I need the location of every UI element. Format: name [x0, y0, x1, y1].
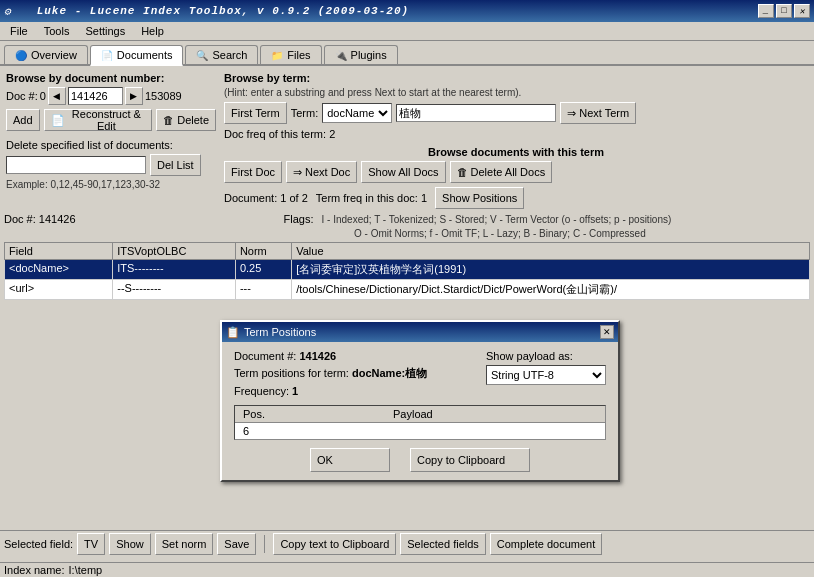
menu-help[interactable]: Help [135, 24, 170, 38]
reconstruct-button[interactable]: 📄 Reconstruct & Edit [44, 109, 153, 131]
col-norm: Norm [235, 243, 291, 260]
next-doc-arrow-icon: ⇒ [293, 166, 302, 179]
doc-hash-label: Doc #: [6, 90, 38, 102]
term-value-input[interactable] [396, 104, 556, 122]
bottom-bar: Selected field: TV Show Set norm Save Co… [0, 530, 814, 557]
payload-value [385, 423, 605, 440]
field-flags: --S-------- [113, 280, 236, 300]
tab-overview[interactable]: 🔵 Overview [4, 45, 88, 64]
modal-title: Term Positions [244, 326, 316, 338]
next-doc-button[interactable]: ⇒ Next Doc [286, 161, 357, 183]
doc-freq-text: Doc freq of this term: 2 [224, 128, 808, 140]
selected-fields-button[interactable]: Selected fields [400, 533, 486, 555]
save-button[interactable]: Save [217, 533, 256, 555]
modal-title-bar: 📋 Term Positions ✕ [222, 322, 618, 342]
field-norm: --- [235, 280, 291, 300]
field-norm: 0.25 [235, 260, 291, 280]
payload-format-select[interactable]: String UTF-8 Hex Integer Float [486, 365, 606, 385]
del-list-button[interactable]: Del List [150, 154, 201, 176]
table-row[interactable]: <url> --S-------- --- /tools/Chinese/Dic… [5, 280, 810, 300]
next-term-button[interactable]: ⇒ Next Term [560, 102, 636, 124]
add-button[interactable]: Add [6, 109, 40, 131]
tab-search[interactable]: 🔍 Search [185, 45, 258, 64]
term-label: Term: [291, 107, 319, 119]
modal-term-value: docName:植物 [352, 367, 427, 379]
del-list-input[interactable] [6, 156, 146, 174]
modal-icon: 📋 [226, 326, 240, 339]
set-norm-button[interactable]: Set norm [155, 533, 214, 555]
term-positions-modal: 📋 Term Positions ✕ Document #: 141426 Te… [220, 320, 620, 482]
status-bar: Index name: I:\temp [0, 562, 814, 577]
show-all-docs-button[interactable]: Show All Docs [361, 161, 445, 183]
col-field: Field [5, 243, 113, 260]
tab-overview-label: Overview [31, 49, 77, 61]
delete-icon: 🗑 [163, 114, 174, 126]
field-value: /tools/Chinese/Dictionary/Dict.Stardict/… [292, 280, 810, 300]
positions-table: Pos. Payload 6 [235, 406, 605, 439]
close-button[interactable]: ✕ [794, 4, 810, 18]
term-freq-info: Term freq in this doc: 1 [316, 192, 427, 204]
field-name: <url> [5, 280, 113, 300]
field-name: <docName> [5, 260, 113, 280]
separator [264, 535, 265, 553]
doc-zero-label: 0 [40, 90, 46, 102]
reconstruct-icon: 📄 [51, 114, 65, 127]
tab-plugins-label: Plugins [351, 49, 387, 61]
flags-label: Flags: [284, 213, 314, 225]
tab-documents[interactable]: 📄 Documents [90, 45, 184, 66]
delete-all-docs-button[interactable]: 🗑 Delete All Docs [450, 161, 553, 183]
document-info: Document: 1 of 2 [224, 192, 308, 204]
documents-icon: 📄 [101, 50, 113, 61]
show-button[interactable]: Show [109, 533, 151, 555]
tv-button[interactable]: TV [77, 533, 105, 555]
position-row: 6 [235, 423, 605, 440]
minimize-button[interactable]: _ [758, 4, 774, 18]
payload-col-header: Payload [385, 406, 605, 423]
copy-to-clipboard-button[interactable]: Copy to Clipboard [410, 448, 530, 472]
menu-settings[interactable]: Settings [79, 24, 131, 38]
doc-max-label: 153089 [145, 90, 182, 102]
maximize-button[interactable]: □ [776, 4, 792, 18]
delete-button[interactable]: 🗑 Delete [156, 109, 216, 131]
search-icon: 🔍 [196, 50, 208, 61]
flags-text2: O - Omit Norms; f - Omit TF; L - Lazy; B… [4, 228, 810, 239]
doc-number-input[interactable] [68, 87, 123, 105]
col-value: Value [292, 243, 810, 260]
table-row[interactable]: <docName> ITS-------- 0.25 [名词委审定]汉英植物学名… [5, 260, 810, 280]
col-flags: ITSVoptOLBC [113, 243, 236, 260]
prev-doc-arrow[interactable]: ◀ [48, 87, 66, 105]
show-positions-button[interactable]: Show Positions [435, 187, 524, 209]
overview-icon: 🔵 [15, 50, 27, 61]
menu-file[interactable]: File [4, 24, 34, 38]
term-field-select[interactable]: docName url content [322, 103, 392, 123]
tab-bar: 🔵 Overview 📄 Documents 🔍 Search 📁 Files … [0, 41, 814, 66]
frequency-value: 1 [292, 385, 298, 397]
browse-by-docnum-title: Browse by document number: [6, 72, 216, 84]
modal-close-button[interactable]: ✕ [600, 325, 614, 339]
complete-doc-button[interactable]: Complete document [490, 533, 602, 555]
first-doc-button[interactable]: First Doc [224, 161, 282, 183]
browse-by-term-title: Browse by term: [224, 72, 808, 84]
field-flags: ITS-------- [113, 260, 236, 280]
delete-list-title: Delete specified list of documents: [6, 139, 216, 151]
files-icon: 📁 [271, 50, 283, 61]
pos-col-header: Pos. [235, 406, 385, 423]
tab-files-label: Files [287, 49, 310, 61]
tab-files[interactable]: 📁 Files [260, 45, 321, 64]
field-value: [名词委审定]汉英植物学名词(1991) [292, 260, 810, 280]
modal-ok-button[interactable]: OK [310, 448, 390, 472]
first-term-button[interactable]: First Term [224, 102, 287, 124]
selected-field-label: Selected field: [4, 538, 73, 550]
menu-tools[interactable]: Tools [38, 24, 76, 38]
tab-documents-label: Documents [117, 49, 173, 61]
index-name-value: I:\temp [69, 564, 103, 576]
next-term-arrow: ⇒ [567, 107, 576, 120]
window-title: Luke - Lucene Index Toolbox, v 0.9.2 (20… [17, 5, 409, 17]
fields-table: Field ITSVoptOLBC Norm Value <docName> I… [4, 242, 810, 300]
copy-text-button[interactable]: Copy text to Clipboard [273, 533, 396, 555]
next-doc-arrow[interactable]: ▶ [125, 87, 143, 105]
menu-bar: File Tools Settings Help [0, 22, 814, 41]
delete-all-icon: 🗑 [457, 166, 468, 178]
term-positions-label: Term positions for term: [234, 367, 349, 379]
tab-plugins[interactable]: 🔌 Plugins [324, 45, 398, 64]
